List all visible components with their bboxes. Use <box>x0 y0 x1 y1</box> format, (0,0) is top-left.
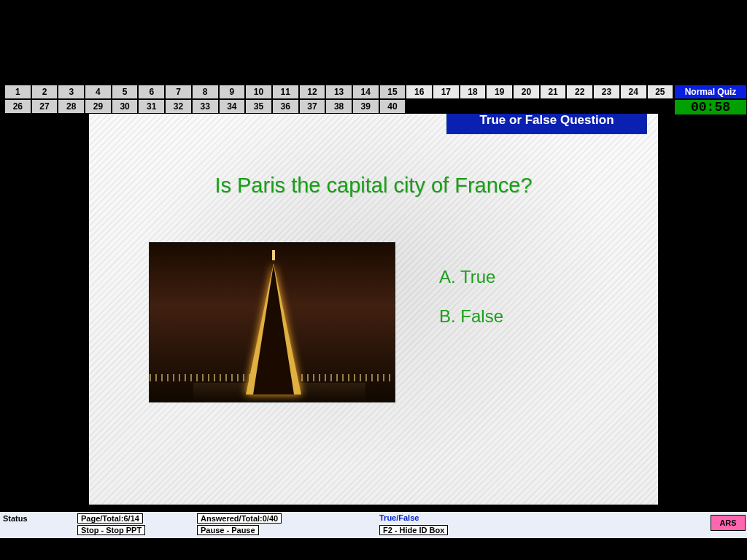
question-cell-30[interactable]: 30 <box>112 99 139 114</box>
question-cell-9[interactable]: 9 <box>219 85 246 99</box>
question-cell-22[interactable]: 22 <box>566 85 593 99</box>
question-cell-1[interactable]: 1 <box>4 85 31 99</box>
question-cell-34[interactable]: 34 <box>219 99 246 114</box>
answer-a[interactable]: A. True <box>439 260 503 295</box>
question-cell-36[interactable]: 36 <box>272 99 299 114</box>
question-cell-38[interactable]: 38 <box>325 99 352 114</box>
hide-id-button[interactable]: F2 - Hide ID Box <box>379 525 448 535</box>
question-cell-33[interactable]: 33 <box>192 99 219 114</box>
question-cell-37[interactable]: 37 <box>299 99 326 114</box>
pause-button[interactable]: Pause - Pause <box>197 525 259 535</box>
question-cell-31[interactable]: 31 <box>138 99 165 114</box>
question-cell-5[interactable]: 5 <box>112 85 139 99</box>
question-cell-4[interactable]: 4 <box>85 85 112 99</box>
ars-badge[interactable]: ARS <box>711 515 746 531</box>
question-cell-32[interactable]: 32 <box>165 99 192 114</box>
question-cell-40[interactable]: 40 <box>379 99 406 114</box>
question-cell-13[interactable]: 13 <box>325 85 352 99</box>
page-total-button[interactable]: Page/Total:6/14 <box>77 513 143 524</box>
timer-display: 00:58 <box>674 99 747 115</box>
quiz-mode-badge: Normal Quiz <box>674 85 747 99</box>
question-cell-8[interactable]: 8 <box>192 85 219 99</box>
question-cell-18[interactable]: 18 <box>460 85 487 99</box>
question-cell-23[interactable]: 23 <box>593 85 620 99</box>
question-cell-7[interactable]: 7 <box>165 85 192 99</box>
question-cell-25[interactable]: 25 <box>647 85 674 99</box>
answered-total-button[interactable]: Answered/Total:0/40 <box>197 513 282 524</box>
question-cell-16[interactable]: 16 <box>406 85 433 99</box>
question-image <box>149 242 395 402</box>
question-cell-19[interactable]: 19 <box>486 85 513 99</box>
question-cell-11[interactable]: 11 <box>272 85 299 99</box>
question-cell-39[interactable]: 39 <box>352 99 379 114</box>
status-bar: Status Page/Total:6/14 Stop - Stop PPT A… <box>0 512 747 538</box>
status-label: Status <box>3 514 28 523</box>
question-cell-6[interactable]: 6 <box>138 85 165 99</box>
answer-b[interactable]: B. False <box>439 299 503 334</box>
question-cell-15[interactable]: 15 <box>379 85 406 99</box>
answers-block: A. True B. False <box>439 260 503 338</box>
question-cell-24[interactable]: 24 <box>620 85 647 99</box>
question-cell-10[interactable]: 10 <box>245 85 272 99</box>
question-cell-17[interactable]: 17 <box>433 85 460 99</box>
question-cell-3[interactable]: 3 <box>58 85 85 99</box>
question-cell-28[interactable]: 28 <box>58 99 85 114</box>
question-cell-27[interactable]: 27 <box>31 99 58 114</box>
question-cell-29[interactable]: 29 <box>85 99 112 114</box>
question-cell-21[interactable]: 21 <box>540 85 567 99</box>
question-cell-26[interactable]: 26 <box>4 99 31 114</box>
question-type-link[interactable]: True/False <box>379 513 419 522</box>
slide-area: True or False Question Is Paris the capi… <box>89 114 658 505</box>
question-grid: 1234567891011121314151617181920212223242… <box>4 85 674 114</box>
question-cell-14[interactable]: 14 <box>352 85 379 99</box>
question-cell-12[interactable]: 12 <box>299 85 326 99</box>
question-cell-2[interactable]: 2 <box>31 85 58 99</box>
stop-button[interactable]: Stop - Stop PPT <box>77 525 145 535</box>
question-type-banner: True or False Question <box>446 114 647 134</box>
question-text: Is Paris the capital city of France? <box>89 174 658 198</box>
question-cell-20[interactable]: 20 <box>513 85 540 99</box>
question-cell-35[interactable]: 35 <box>245 99 272 114</box>
